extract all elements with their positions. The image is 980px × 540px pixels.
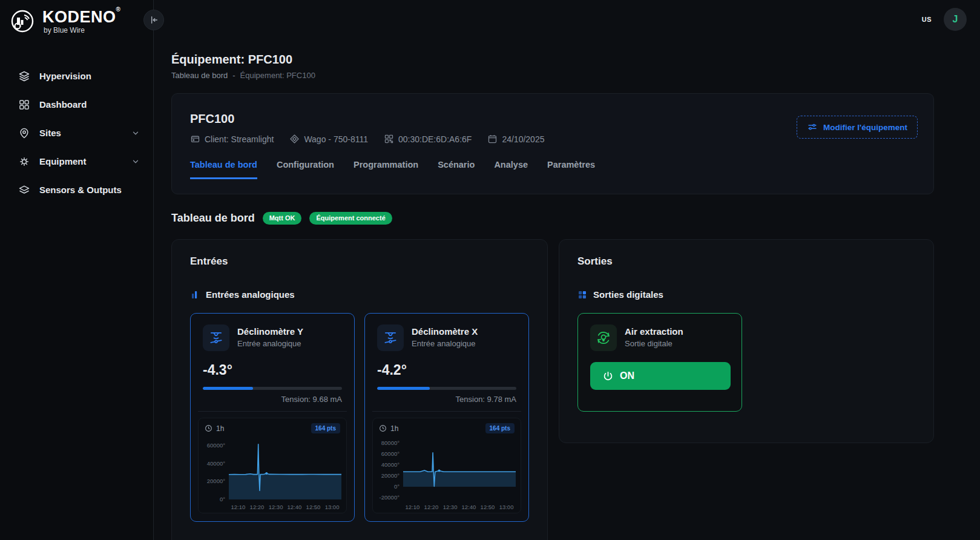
user-avatar[interactable]: J bbox=[944, 8, 967, 31]
mac-address-icon bbox=[384, 134, 394, 144]
tab-analyse[interactable]: Analyse bbox=[494, 160, 528, 179]
sensor-progress-bar bbox=[377, 387, 516, 390]
output-type: Sortie digitale bbox=[625, 339, 683, 348]
sensor-value: -4.3° bbox=[203, 362, 342, 378]
sidebar-item-hypervision[interactable]: Hypervision bbox=[0, 62, 153, 90]
sidebar-item-sensors-outputs[interactable]: Sensors & Outputs bbox=[0, 176, 153, 204]
chevron-down-icon bbox=[131, 157, 140, 166]
mqtt-status-badge: Mqtt OK bbox=[263, 212, 302, 225]
svg-text:12:20: 12:20 bbox=[250, 504, 265, 510]
meta-device: Wago - 750-8111 bbox=[289, 134, 368, 144]
svg-text:12:10: 12:10 bbox=[231, 504, 246, 510]
topbar-actions: US J bbox=[922, 8, 967, 31]
sensor-tension: Tension: 9.78 mA bbox=[377, 395, 516, 404]
connection-status-badge: Équipement connecté bbox=[309, 212, 392, 225]
brand-tagline: by Blue Wire bbox=[42, 27, 120, 34]
sidebar-item-label: Hypervision bbox=[39, 71, 91, 81]
map-pin-icon bbox=[18, 127, 30, 139]
points-count-badge: 164 pts bbox=[311, 423, 340, 433]
gear-icon bbox=[18, 156, 30, 168]
sensor-type: Entrée analogique bbox=[237, 339, 303, 348]
calendar-icon bbox=[487, 134, 498, 144]
svg-text:12:10: 12:10 bbox=[406, 504, 420, 510]
dashboard-heading-row: Tableau de bord Mqtt OK Équipement conne… bbox=[171, 212, 934, 225]
sensor-name: Déclinomètre Y bbox=[237, 326, 303, 337]
edit-equipment-button[interactable]: Modifier l'équipement bbox=[797, 116, 918, 139]
output-card-air-extraction[interactable]: Air extraction Sortie digitale ON bbox=[577, 313, 742, 412]
time-range-selector[interactable]: 1h bbox=[205, 424, 224, 433]
analog-inputs-section: Entrées analogiques bbox=[190, 289, 529, 300]
analog-inputs-title: Entrées analogiques bbox=[206, 289, 295, 300]
sidebar-item-label: Dashboard bbox=[39, 99, 87, 110]
main-content: Équipement: PFC100 Tableau de bord - Équ… bbox=[154, 0, 980, 540]
svg-text:0°: 0° bbox=[394, 483, 400, 490]
tab-programmation[interactable]: Programmation bbox=[354, 160, 418, 179]
dashboard-heading: Tableau de bord bbox=[171, 212, 255, 225]
svg-text:12:20: 12:20 bbox=[424, 504, 439, 510]
page-title: Équipement: PFC100 bbox=[171, 53, 934, 67]
breadcrumb-item-current: Équipement: PFC100 bbox=[240, 71, 315, 80]
breadcrumb-separator: - bbox=[232, 71, 235, 80]
declinometer-icon bbox=[377, 324, 404, 351]
tab-scenario[interactable]: Scénario bbox=[438, 160, 475, 179]
grid-icon bbox=[18, 99, 30, 111]
meta-date: 24/10/2025 bbox=[487, 134, 544, 144]
power-icon bbox=[602, 370, 614, 382]
svg-text:40000°: 40000° bbox=[381, 461, 400, 468]
tab-configuration[interactable]: Configuration bbox=[277, 160, 334, 179]
meta-client: Client: Streamlight bbox=[190, 134, 274, 144]
time-range-selector[interactable]: 1h bbox=[379, 424, 398, 433]
sidebar-item-equipment[interactable]: Equipment bbox=[0, 147, 153, 176]
sidebar: KODENO® by Blue Wire Hypervision Dashboa… bbox=[0, 0, 154, 540]
locale-selector[interactable]: US bbox=[922, 16, 932, 23]
clock-icon bbox=[205, 424, 212, 432]
svg-text:13:00: 13:00 bbox=[325, 504, 340, 510]
clock-icon bbox=[379, 424, 387, 432]
sidebar-item-label: Sensors & Outputs bbox=[39, 185, 122, 195]
sensor-value: -4.2° bbox=[377, 362, 516, 378]
sensor-chart: 1h 164 pts 80000°60000°40000°20000°0°-20… bbox=[372, 418, 521, 513]
tab-tableau-de-bord[interactable]: Tableau de bord bbox=[190, 160, 257, 179]
air-extraction-icon bbox=[590, 324, 617, 351]
sidebar-item-label: Sites bbox=[39, 128, 61, 138]
sensor-progress-bar bbox=[203, 387, 342, 390]
brand-name: KODENO® bbox=[42, 9, 120, 25]
inputs-panel-title: Entrées bbox=[190, 255, 529, 268]
sensor-type: Entrée analogique bbox=[412, 339, 478, 348]
client-icon bbox=[190, 134, 200, 144]
sensor-tension: Tension: 9.68 mA bbox=[203, 395, 342, 404]
area-chart: 60000°40000°20000°0°12:1012:2012:3012:40… bbox=[199, 435, 349, 513]
sidebar-item-sites[interactable]: Sites bbox=[0, 119, 153, 147]
svg-text:20000°: 20000° bbox=[207, 478, 225, 484]
svg-text:40000°: 40000° bbox=[207, 460, 225, 467]
bar-chart-icon bbox=[190, 290, 200, 300]
kodeno-logo-icon bbox=[8, 7, 36, 35]
meta-mac-address: 00:30:DE:6D:A6:6F bbox=[384, 134, 472, 144]
points-count-badge: 164 pts bbox=[485, 423, 515, 433]
outputs-panel: Sorties Sorties digitales Air extraction… bbox=[559, 239, 934, 443]
svg-text:80000°: 80000° bbox=[381, 440, 400, 446]
output-name: Air extraction bbox=[625, 326, 683, 337]
sidebar-nav: Hypervision Dashboard Sites Equipment bbox=[0, 62, 153, 204]
sensor-card-declinometre-x[interactable]: Déclinomètre X Entrée analogique -4.2° T… bbox=[364, 313, 529, 522]
svg-text:12:50: 12:50 bbox=[481, 504, 495, 510]
area-chart: 80000°60000°40000°20000°0°-20000°12:1012… bbox=[373, 435, 523, 513]
svg-text:0°: 0° bbox=[220, 496, 225, 502]
sidebar-collapse-button[interactable] bbox=[143, 10, 164, 30]
output-toggle-button[interactable]: ON bbox=[590, 362, 731, 390]
svg-text:12:50: 12:50 bbox=[306, 504, 321, 510]
sensor-chart: 1h 164 pts 60000°40000°20000°0°12:1012:2… bbox=[198, 418, 347, 513]
sensor-card-declinometre-y[interactable]: Déclinomètre Y Entrée analogique -4.3° T… bbox=[190, 313, 355, 522]
inputs-panel: Entrées Entrées analogiques Déclinomètre… bbox=[171, 239, 548, 540]
device-icon bbox=[289, 134, 300, 144]
chevron-down-icon bbox=[131, 129, 140, 137]
svg-text:20000°: 20000° bbox=[381, 472, 400, 479]
sensor-name: Déclinomètre X bbox=[412, 326, 478, 337]
sidebar-item-label: Equipment bbox=[39, 156, 87, 166]
breadcrumb-item[interactable]: Tableau de bord bbox=[171, 71, 228, 80]
svg-text:13:00: 13:00 bbox=[499, 504, 514, 510]
tab-parametres[interactable]: Paramètres bbox=[547, 160, 595, 179]
brand-logo: KODENO® by Blue Wire bbox=[0, 0, 153, 35]
svg-text:-20000°: -20000° bbox=[380, 494, 400, 501]
sidebar-item-dashboard[interactable]: Dashboard bbox=[0, 90, 153, 119]
